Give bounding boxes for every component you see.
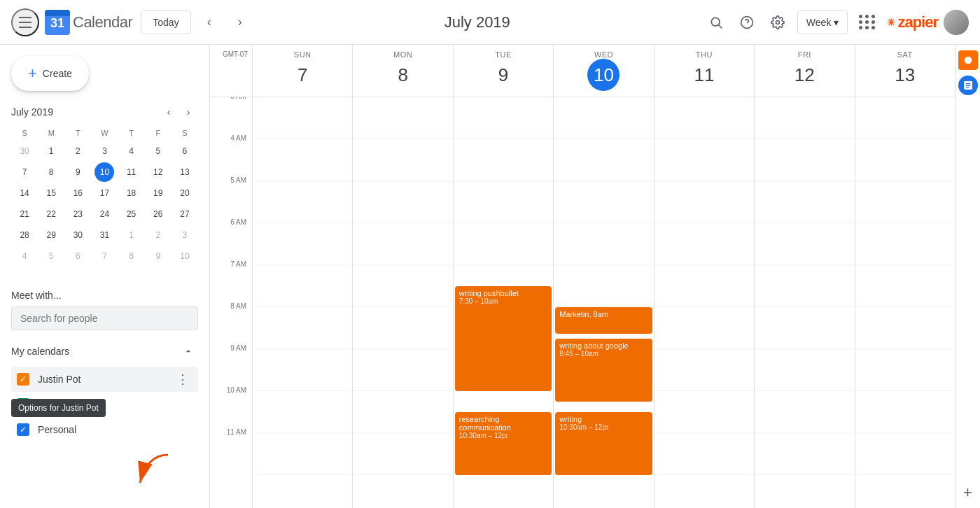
right-side-btn-1[interactable] xyxy=(958,50,978,70)
mini-cal-day[interactable]: 29 xyxy=(41,225,61,245)
add-button[interactable]: + xyxy=(958,483,978,502)
day-header-fri: FRI 12 xyxy=(754,45,854,97)
mini-cal-day[interactable]: 10 xyxy=(175,246,195,266)
dropdown-arrow-icon: ▾ xyxy=(834,17,839,28)
mini-cal-header: July 2019 ‹ › xyxy=(11,102,198,122)
view-selector[interactable]: Week ▾ xyxy=(797,10,848,34)
calendar-item-personal[interactable]: ✓ Personal ⋮ xyxy=(11,417,198,442)
mini-cal-day[interactable]: 25 xyxy=(122,204,141,224)
mini-cal-day[interactable]: 23 xyxy=(68,204,88,224)
mini-cal-day[interactable]: 26 xyxy=(148,204,168,224)
next-period-button[interactable]: › xyxy=(227,10,253,35)
apps-button[interactable] xyxy=(853,8,881,36)
mini-cal-day[interactable]: 14 xyxy=(15,183,34,203)
event-writing-google[interactable]: writing about google 8:45 – 10am xyxy=(555,339,652,402)
timezone-gutter: GMT-07 xyxy=(210,45,252,97)
mini-cal-day[interactable]: 7 xyxy=(94,246,114,266)
mini-cal-day[interactable]: 4 xyxy=(15,246,34,266)
mini-cal-day[interactable]: 8 xyxy=(122,246,141,266)
cal-body: 3 AM 4 AM 5 AM 6 AM 7 AM 8 AM 9 AM 10 AM… xyxy=(210,97,955,508)
mini-cal-day[interactable]: 6 xyxy=(175,141,195,161)
meet-section: Meet with... xyxy=(0,278,209,341)
day-header-wed: WED 10 xyxy=(553,45,653,97)
mini-cal-day[interactable]: 5 xyxy=(41,246,61,266)
event-marketin[interactable]: Marketin, 8am xyxy=(555,307,652,334)
mini-cal-day[interactable]: 10 xyxy=(94,162,114,182)
time-slot: 5 AM xyxy=(210,181,252,223)
mini-cal-day[interactable]: 15 xyxy=(41,183,61,203)
mini-cal-day[interactable]: 27 xyxy=(175,204,195,224)
user-avatar[interactable] xyxy=(944,10,969,35)
mini-cal-prev[interactable]: ‹ xyxy=(159,102,178,122)
day-col-sun xyxy=(252,97,352,508)
prev-period-button[interactable]: ‹ xyxy=(197,10,222,35)
today-button[interactable]: Today xyxy=(141,10,190,34)
mini-cal-day[interactable]: 20 xyxy=(175,183,195,203)
calendar-logo: 31 xyxy=(45,10,70,35)
mini-cal-day[interactable]: 28 xyxy=(15,225,34,245)
mini-cal-day[interactable]: 24 xyxy=(94,204,114,224)
mini-cal-day[interactable]: 12 xyxy=(148,162,168,182)
calendar-item-justin-pot[interactable]: ✓ Justin Pot ⋮ Options for Justin Pot xyxy=(11,367,198,392)
mini-cal-day[interactable]: 6 xyxy=(68,246,88,266)
mini-cal-next[interactable]: › xyxy=(178,102,198,122)
mini-cal-day[interactable]: 31 xyxy=(94,225,114,245)
mini-cal-day[interactable]: 1 xyxy=(122,225,141,245)
calendar-item-contacts[interactable]: ✓ Contacts ⋮ xyxy=(11,392,198,417)
grid-area: writing pushbullet 7:30 – 10am researchi… xyxy=(252,97,955,508)
calendars-header: My calendars xyxy=(11,341,198,361)
menu-button[interactable] xyxy=(11,8,39,36)
mini-cal-week-row: 28293031123 xyxy=(11,225,198,245)
search-button[interactable] xyxy=(702,8,730,36)
mini-cal-day[interactable]: 4 xyxy=(122,141,141,161)
mini-cal-day[interactable]: 17 xyxy=(94,183,114,203)
mini-cal-day[interactable]: 18 xyxy=(122,183,141,203)
day-header-sun: SUN 7 xyxy=(252,45,352,97)
event-researching[interactable]: researching communication 10:30am – 12pr xyxy=(455,412,552,475)
cal-label-justin-pot: Justin Pot xyxy=(38,374,173,385)
time-slot: 10 AM xyxy=(210,391,252,433)
right-side-btn-2[interactable] xyxy=(958,76,978,95)
event-writing[interactable]: writing 10:30am – 12pr xyxy=(555,412,652,475)
mini-cal-day[interactable]: 22 xyxy=(41,204,61,224)
mini-cal-day[interactable]: 1 xyxy=(41,141,61,161)
mini-cal-day[interactable]: 30 xyxy=(68,225,88,245)
svg-point-4 xyxy=(776,20,779,24)
mini-cal-day[interactable]: 30 xyxy=(15,141,34,161)
create-button[interactable]: + Create xyxy=(11,56,89,91)
mini-cal-day[interactable]: 11 xyxy=(122,162,141,182)
mini-cal-week-row: 45678910 xyxy=(11,246,198,266)
day-col-thu xyxy=(654,97,754,508)
mini-cal-day[interactable]: 13 xyxy=(175,162,195,182)
mini-cal-day[interactable]: 2 xyxy=(148,225,168,245)
meet-title: Meet with... xyxy=(11,290,198,301)
cal-checkbox-personal: ✓ xyxy=(17,423,29,436)
mini-cal-day[interactable]: 8 xyxy=(41,162,61,182)
time-slot: 3 AM xyxy=(210,97,252,139)
mini-cal-day[interactable]: 7 xyxy=(15,162,34,182)
cal-label-personal: Personal xyxy=(38,424,173,435)
help-button[interactable] xyxy=(733,8,761,36)
mini-cal-day[interactable]: 9 xyxy=(148,246,168,266)
app-name: Calendar xyxy=(73,13,132,31)
timezone-label: GMT-07 xyxy=(210,45,252,58)
mini-cal-day[interactable]: 21 xyxy=(15,204,34,224)
cal-options-justin-pot[interactable]: ⋮ xyxy=(173,369,192,389)
mini-cal-day[interactable]: 16 xyxy=(68,183,88,203)
mini-cal-day[interactable]: 3 xyxy=(175,225,195,245)
event-writing-pushbullet[interactable]: writing pushbullet 7:30 – 10am xyxy=(455,286,552,391)
main-body: + Create July 2019 ‹ › S M T W T F S xyxy=(0,45,980,508)
mini-cal-day[interactable]: 5 xyxy=(148,141,168,161)
mini-cal-day[interactable]: 2 xyxy=(68,141,88,161)
brand-area: ✳ zapier xyxy=(887,13,938,31)
settings-button[interactable] xyxy=(764,8,792,36)
search-people-input[interactable] xyxy=(11,306,198,330)
collapse-calendars-button[interactable] xyxy=(178,341,198,361)
mini-cal-day[interactable]: 9 xyxy=(68,162,88,182)
my-calendars-title: My calendars xyxy=(11,346,69,357)
plus-icon: + xyxy=(28,64,37,83)
arrow-indicator xyxy=(126,448,209,493)
three-dots-icon: ⋮ xyxy=(176,372,189,387)
mini-cal-day[interactable]: 19 xyxy=(148,183,168,203)
mini-cal-day[interactable]: 3 xyxy=(94,141,114,161)
